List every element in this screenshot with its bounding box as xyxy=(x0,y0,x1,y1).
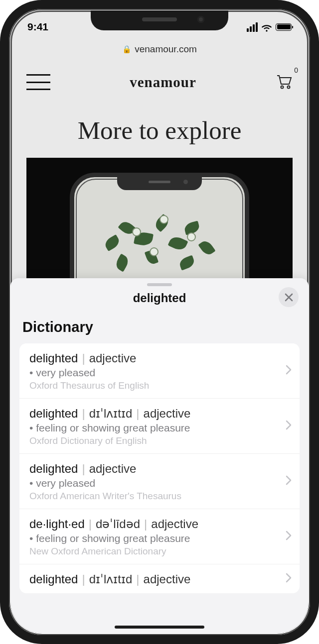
entry-word: de·light·ed xyxy=(29,517,85,531)
entry-pos: adjective xyxy=(144,407,191,420)
lookup-word: delighted xyxy=(10,291,309,305)
entry-definition: • very pleased xyxy=(29,477,274,489)
device-mockup: 9:41 🔒 venamour.com venamour 0 xyxy=(0,0,319,644)
cart-count: 0 xyxy=(294,66,298,74)
menu-button[interactable] xyxy=(26,74,50,90)
wifi-icon xyxy=(261,23,272,31)
svg-point-1 xyxy=(287,86,290,89)
entry-source: New Oxford American Dictionary xyxy=(29,546,274,557)
entry-source: Oxford American Writer's Thesaurus xyxy=(29,491,274,502)
entry-source: Oxford Dictionary of English xyxy=(29,435,274,446)
front-camera xyxy=(197,16,204,23)
entry-pos: adjective xyxy=(89,462,137,475)
home-indicator[interactable] xyxy=(115,626,204,629)
volume-up xyxy=(0,133,1,176)
entry-definition: • feeling or showing great pleasure xyxy=(29,533,274,544)
dictionary-entry[interactable]: delighted|adjective • very pleased Oxfor… xyxy=(19,343,300,399)
entry-pos: adjective xyxy=(89,351,137,365)
sheet-header: delighted xyxy=(10,286,309,316)
entry-pronunciation: dəˈlīdəd xyxy=(96,517,140,531)
dictionary-entry[interactable]: de·light·ed|dəˈlīdəd|adjective • feeling… xyxy=(19,509,300,564)
cellular-signal-icon xyxy=(247,22,258,32)
mute-switch xyxy=(0,95,1,116)
site-nav: venamour 0 xyxy=(10,59,309,97)
entry-word: delighted xyxy=(29,462,78,475)
entry-source: Oxford Thesaurus of English xyxy=(29,380,274,391)
cart-button[interactable]: 0 xyxy=(276,73,293,91)
chevron-right-icon xyxy=(286,475,292,487)
entry-pronunciation: dɪˈlʌɪtɪd xyxy=(89,572,133,586)
status-time: 9:41 xyxy=(27,21,48,33)
dictionary-entry[interactable]: delighted|adjective • very pleased Oxfor… xyxy=(19,454,300,509)
entry-definition: • very pleased xyxy=(29,367,274,379)
dictionary-entry[interactable]: delighted|dɪˈlʌɪtɪd|adjective • feeling … xyxy=(19,399,300,454)
screen: 9:41 🔒 venamour.com venamour 0 xyxy=(10,10,309,634)
entry-definition: • feeling or showing great pleasure xyxy=(29,422,274,434)
entry-pos: adjective xyxy=(151,517,198,531)
speaker xyxy=(142,17,177,21)
close-button[interactable] xyxy=(279,287,299,307)
entry-word: delighted xyxy=(29,407,78,420)
page-heading: More to explore xyxy=(20,116,299,145)
entry-pronunciation: dɪˈlʌɪtɪd xyxy=(89,407,133,420)
volume-down xyxy=(0,187,1,230)
chevron-right-icon xyxy=(286,573,292,585)
browser-address-bar[interactable]: 🔒 venamour.com xyxy=(10,39,309,59)
entry-word: delighted xyxy=(29,351,78,365)
svg-point-0 xyxy=(281,86,283,89)
site-logo[interactable]: venamour xyxy=(130,74,196,91)
entry-word: delighted xyxy=(29,572,78,586)
section-heading: Dictionary xyxy=(10,316,309,343)
notch xyxy=(91,10,228,30)
dictionary-results: delighted|adjective • very pleased Oxfor… xyxy=(19,343,300,593)
hero: More to explore xyxy=(10,97,309,158)
dictionary-entry[interactable]: delighted|dɪˈlʌɪtɪd|adjective xyxy=(19,564,300,593)
lookup-sheet[interactable]: delighted Dictionary delighted|adjective… xyxy=(10,278,309,634)
chevron-right-icon xyxy=(286,531,292,542)
chevron-right-icon xyxy=(286,420,292,432)
lock-icon: 🔒 xyxy=(122,45,132,54)
battery-icon xyxy=(276,23,292,31)
entry-pos: adjective xyxy=(144,572,191,586)
browser-domain: venamour.com xyxy=(135,44,197,55)
chevron-right-icon xyxy=(286,365,292,377)
